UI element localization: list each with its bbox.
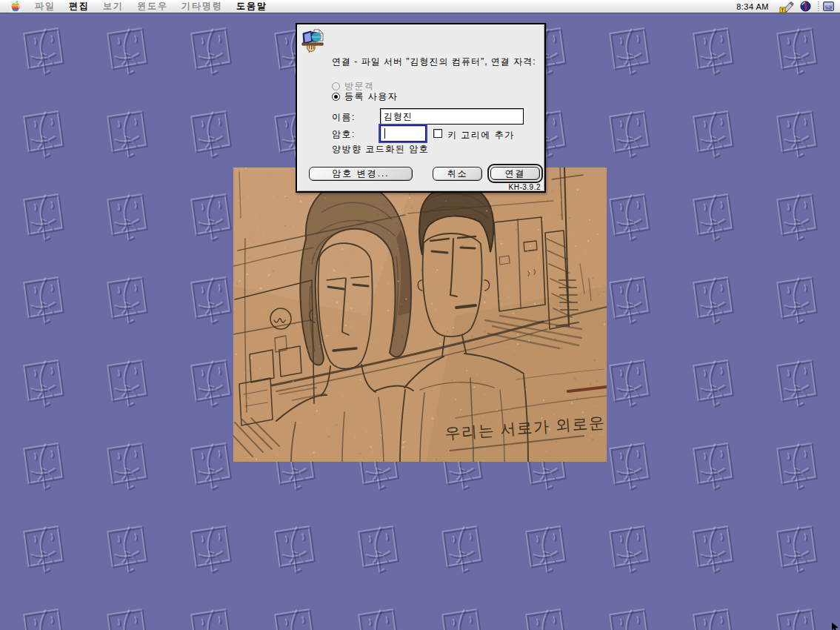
menu-window: 윈도우 <box>135 0 170 13</box>
menu-clock[interactable]: 8:34 AM <box>736 2 769 11</box>
dialog-version: KH-3.9.2 <box>509 183 541 191</box>
menu-other-commands: 기타명령 <box>179 0 225 13</box>
menu-bar: 파일 편집 보기 윈도우 기타명령 도움말 8:34 AM <box>0 0 840 13</box>
menu-help[interactable]: 도움말 <box>234 0 270 13</box>
desktop-picture-sketch: 우리는 서로가 외로운 사람들 <box>233 168 607 462</box>
password-field-wrap <box>380 125 426 142</box>
application-icon <box>823 1 834 11</box>
connect-button[interactable]: 연결 <box>490 167 540 180</box>
menu-view: 보기 <box>101 0 126 13</box>
text-caret <box>384 128 385 139</box>
password-label: 암호: <box>332 128 356 141</box>
encryption-note: 양방향 코드화된 암호 <box>332 143 429 156</box>
dialog-title: 연결 - 파일 서버 "김형진의 컴퓨터", 연결 자격: <box>332 56 545 68</box>
keychain-checkbox[interactable] <box>433 129 442 138</box>
radio-registered-user-label: 등록 사용자 <box>344 90 398 103</box>
input-method-pencil-icon[interactable] <box>779 1 794 13</box>
name-input[interactable] <box>380 108 524 125</box>
sketch-image: 우리는 서로가 외로운 사람들 <box>233 168 607 462</box>
radio-guest-button <box>332 82 340 90</box>
status-orb-icon[interactable] <box>800 1 811 12</box>
keychain-checkbox-label: 키 고리에 추가 <box>447 129 515 142</box>
radio-registered-user[interactable]: 등록 사용자 <box>332 92 398 102</box>
appleshare-file-server-icon <box>300 27 325 55</box>
cancel-button[interactable]: 취소 <box>433 167 482 181</box>
change-password-button[interactable]: 암호 변경... <box>309 167 413 181</box>
radio-registered-user-button[interactable] <box>332 93 340 101</box>
menu-edit[interactable]: 편집 <box>67 0 92 13</box>
connect-dialog: 연결 - 파일 서버 "김형진의 컴퓨터", 연결 자격: 방문객 등록 사용자… <box>296 23 546 193</box>
apple-logo-icon <box>10 1 21 13</box>
desktop: 우리는 서로가 외로운 사람들 연결 - 파일 서버 "김형진의 컴퓨터", 연… <box>0 0 840 630</box>
apple-menu[interactable] <box>10 1 21 13</box>
application-menu[interactable] <box>823 1 834 11</box>
menu-file: 파일 <box>33 0 58 13</box>
default-button-ring: 연결 <box>487 164 543 183</box>
mouse-cursor <box>831 621 840 630</box>
name-label: 이름: <box>332 111 356 124</box>
password-input[interactable] <box>380 125 426 142</box>
menubar-separator <box>818 1 819 12</box>
